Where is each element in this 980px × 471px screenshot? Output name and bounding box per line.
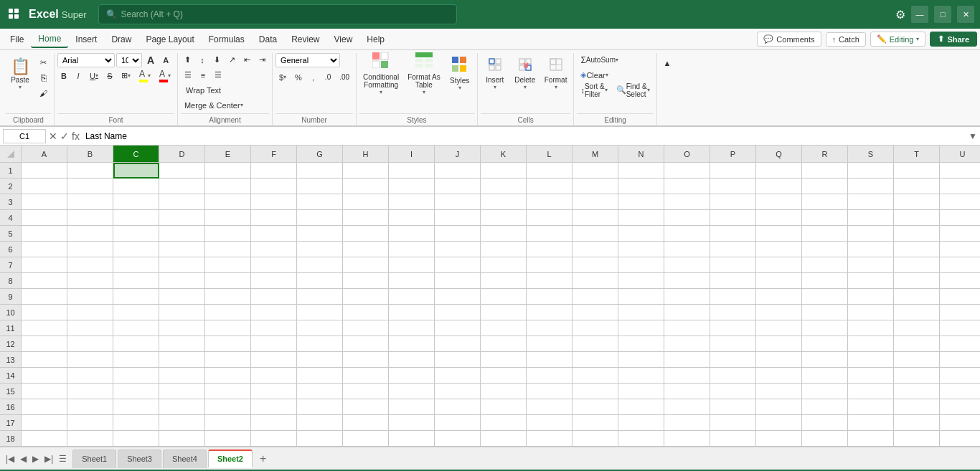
- cell-K13[interactable]: [481, 352, 527, 368]
- cell-D1[interactable]: [159, 163, 205, 179]
- cell-T10[interactable]: [894, 305, 940, 320]
- cell-K2[interactable]: [481, 179, 527, 194]
- cell-D18[interactable]: [159, 431, 205, 447]
- cell-M5[interactable]: [573, 226, 618, 242]
- cell-E12[interactable]: [205, 336, 251, 352]
- row-num-15[interactable]: 15: [0, 384, 22, 399]
- cell-P3[interactable]: [710, 194, 756, 210]
- insert-button[interactable]: Insert ▾: [481, 53, 509, 95]
- cell-R11[interactable]: [802, 320, 848, 336]
- cell-I9[interactable]: [389, 289, 435, 305]
- add-sheet-button[interactable]: +: [254, 449, 272, 468]
- cell-L16[interactable]: [527, 399, 573, 415]
- cell-H4[interactable]: [343, 210, 389, 226]
- cell-G4[interactable]: [297, 210, 343, 226]
- cell-C5[interactable]: [113, 226, 159, 242]
- cell-O17[interactable]: [664, 415, 710, 431]
- catch-button[interactable]: ↑ Catch: [826, 32, 866, 47]
- cell-Q8[interactable]: [756, 273, 802, 289]
- increase-decimal-button[interactable]: .0: [321, 70, 334, 84]
- cell-M2[interactable]: [573, 179, 618, 194]
- cell-S5[interactable]: [848, 226, 894, 242]
- cell-G6[interactable]: [297, 242, 343, 257]
- cell-E5[interactable]: [205, 226, 251, 242]
- cell-M11[interactable]: [573, 320, 618, 336]
- find-select-button[interactable]: 🔍 Find &Select ▾: [613, 83, 654, 97]
- cell-G13[interactable]: [297, 352, 343, 368]
- format-button[interactable]: Format ▾: [541, 53, 571, 95]
- cell-U12[interactable]: [940, 336, 980, 352]
- percent-button[interactable]: %: [291, 70, 306, 84]
- row-num-18[interactable]: 18: [0, 431, 22, 447]
- row-num-8[interactable]: 8: [0, 273, 22, 289]
- cell-N18[interactable]: [618, 431, 664, 447]
- cell-O5[interactable]: [664, 226, 710, 242]
- cell-N16[interactable]: [618, 399, 664, 415]
- cell-J14[interactable]: [435, 368, 481, 384]
- cell-C4[interactable]: [113, 210, 159, 226]
- sheet-tab-sheet3[interactable]: Sheet3: [118, 449, 161, 468]
- italic-button[interactable]: I: [72, 69, 85, 82]
- indent-increase-button[interactable]: ⇥: [255, 53, 269, 67]
- cell-I13[interactable]: [389, 352, 435, 368]
- cell-R3[interactable]: [802, 194, 848, 210]
- cell-S15[interactable]: [848, 384, 894, 399]
- cell-T17[interactable]: [894, 415, 940, 431]
- cell-E4[interactable]: [205, 210, 251, 226]
- cell-P10[interactable]: [710, 305, 756, 320]
- align-middle-button[interactable]: ↕: [196, 53, 209, 67]
- cell-P17[interactable]: [710, 415, 756, 431]
- cell-R9[interactable]: [802, 289, 848, 305]
- cell-G8[interactable]: [297, 273, 343, 289]
- cell-S8[interactable]: [848, 273, 894, 289]
- col-header-h[interactable]: H: [343, 146, 389, 162]
- cell-J12[interactable]: [435, 336, 481, 352]
- cell-C3[interactable]: [113, 194, 159, 210]
- cell-N17[interactable]: [618, 415, 664, 431]
- cell-G9[interactable]: [297, 289, 343, 305]
- menu-view[interactable]: View: [327, 32, 360, 47]
- cell-L7[interactable]: [527, 257, 573, 273]
- cell-U16[interactable]: [940, 399, 980, 415]
- cell-F6[interactable]: [251, 242, 297, 257]
- cell-N2[interactable]: [618, 179, 664, 194]
- cell-R1[interactable]: [802, 163, 848, 179]
- cell-K4[interactable]: [481, 210, 527, 226]
- cell-J1[interactable]: [435, 163, 481, 179]
- cell-P11[interactable]: [710, 320, 756, 336]
- cell-D10[interactable]: [159, 305, 205, 320]
- cell-G18[interactable]: [297, 431, 343, 447]
- cell-D11[interactable]: [159, 320, 205, 336]
- cell-L1[interactable]: [527, 163, 573, 179]
- cell-L13[interactable]: [527, 352, 573, 368]
- cell-R12[interactable]: [802, 336, 848, 352]
- cell-O15[interactable]: [664, 384, 710, 399]
- cancel-formula-button[interactable]: ✕: [49, 130, 57, 142]
- cell-K18[interactable]: [481, 431, 527, 447]
- cell-O14[interactable]: [664, 368, 710, 384]
- cell-A18[interactable]: [22, 431, 67, 447]
- col-header-f[interactable]: F: [251, 146, 297, 162]
- cell-S12[interactable]: [848, 336, 894, 352]
- cell-H17[interactable]: [343, 415, 389, 431]
- sheet-menu-button[interactable]: ☰: [56, 451, 70, 467]
- cell-S17[interactable]: [848, 415, 894, 431]
- cell-M7[interactable]: [573, 257, 618, 273]
- clear-button[interactable]: ◈ Clear ▾: [577, 68, 611, 82]
- cell-I2[interactable]: [389, 179, 435, 194]
- menu-formulas[interactable]: Formulas: [202, 32, 252, 47]
- cell-C9[interactable]: [113, 289, 159, 305]
- cell-D14[interactable]: [159, 368, 205, 384]
- cell-K6[interactable]: [481, 242, 527, 257]
- menu-review[interactable]: Review: [284, 32, 326, 47]
- cell-O18[interactable]: [664, 431, 710, 447]
- cell-K3[interactable]: [481, 194, 527, 210]
- cell-F7[interactable]: [251, 257, 297, 273]
- fill-color-button[interactable]: A ▾: [136, 69, 154, 82]
- cell-E1[interactable]: [205, 163, 251, 179]
- cell-O8[interactable]: [664, 273, 710, 289]
- cell-K1[interactable]: [481, 163, 527, 179]
- cell-D5[interactable]: [159, 226, 205, 242]
- sheet-nav-first[interactable]: |◀: [3, 451, 17, 467]
- minimize-button[interactable]: —: [911, 6, 928, 23]
